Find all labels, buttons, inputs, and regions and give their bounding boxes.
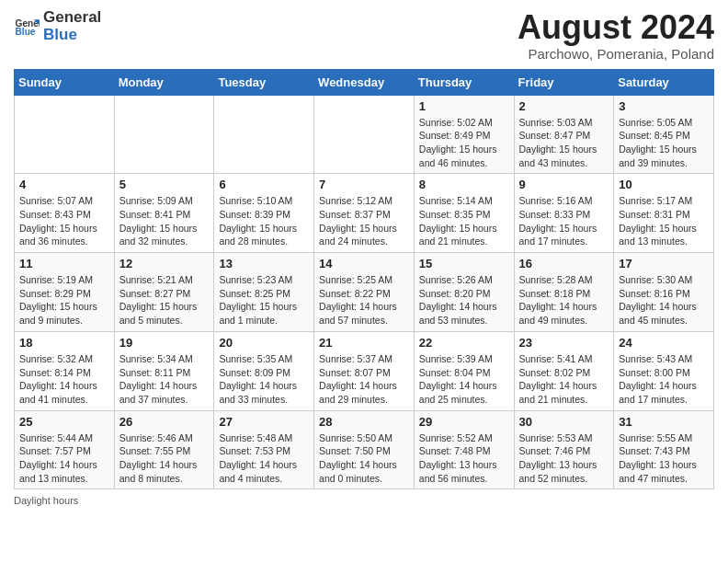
day-info: Sunrise: 5:52 AMSunset: 7:48 PMDaylight:…: [419, 431, 509, 486]
day-info: Sunrise: 5:55 AMSunset: 7:43 PMDaylight:…: [619, 431, 709, 486]
day-cell: 21Sunrise: 5:37 AMSunset: 8:07 PMDayligh…: [314, 331, 415, 410]
day-number: 4: [19, 178, 109, 191]
day-cell: 29Sunrise: 5:52 AMSunset: 7:48 PMDayligh…: [414, 410, 514, 489]
logo: General Blue General Blue: [14, 9, 101, 43]
title-block: August 2024 Parchowo, Pomerania, Poland: [518, 9, 714, 62]
day-number: 7: [319, 178, 409, 191]
day-info: Sunrise: 5:35 AMSunset: 8:09 PMDaylight:…: [219, 352, 309, 407]
day-cell: [314, 95, 415, 174]
day-number: 9: [519, 178, 609, 191]
day-cell: 24Sunrise: 5:43 AMSunset: 8:00 PMDayligh…: [614, 331, 714, 410]
day-cell: 8Sunrise: 5:14 AMSunset: 8:35 PMDaylight…: [414, 174, 514, 253]
day-info: Sunrise: 5:10 AMSunset: 8:39 PMDaylight:…: [219, 194, 309, 248]
day-number: 30: [519, 415, 609, 429]
day-number: 15: [419, 257, 509, 270]
day-info: Sunrise: 5:39 AMSunset: 8:04 PMDaylight:…: [419, 352, 509, 407]
day-info: Sunrise: 5:41 AMSunset: 8:02 PMDaylight:…: [519, 352, 609, 407]
weekday-header-monday: Monday: [114, 69, 214, 95]
day-number: 17: [619, 257, 709, 270]
day-info: Sunrise: 5:03 AMSunset: 8:47 PMDaylight:…: [519, 116, 609, 170]
day-cell: 4Sunrise: 5:07 AMSunset: 8:43 PMDaylight…: [15, 174, 115, 253]
main-title: August 2024: [518, 9, 714, 46]
day-cell: 20Sunrise: 5:35 AMSunset: 8:09 PMDayligh…: [214, 331, 314, 410]
day-cell: 14Sunrise: 5:25 AMSunset: 8:22 PMDayligh…: [314, 253, 415, 332]
day-number: 25: [19, 415, 109, 429]
day-info: Sunrise: 5:16 AMSunset: 8:33 PMDaylight:…: [519, 194, 609, 248]
day-cell: [15, 95, 115, 174]
day-number: 28: [319, 415, 409, 429]
day-info: Sunrise: 5:05 AMSunset: 8:45 PMDaylight:…: [619, 116, 709, 170]
day-cell: 10Sunrise: 5:17 AMSunset: 8:31 PMDayligh…: [614, 174, 714, 253]
day-info: Sunrise: 5:23 AMSunset: 8:25 PMDaylight:…: [219, 273, 309, 327]
day-info: Sunrise: 5:12 AMSunset: 8:37 PMDaylight:…: [319, 194, 409, 248]
day-info: Sunrise: 5:28 AMSunset: 8:18 PMDaylight:…: [519, 273, 609, 327]
week-row-4: 18Sunrise: 5:32 AMSunset: 8:14 PMDayligh…: [15, 331, 714, 410]
day-info: Sunrise: 5:25 AMSunset: 8:22 PMDaylight:…: [319, 273, 409, 327]
day-number: 8: [419, 178, 509, 191]
day-number: 16: [519, 257, 609, 270]
logo-general: General: [43, 9, 101, 27]
day-cell: 30Sunrise: 5:53 AMSunset: 7:46 PMDayligh…: [514, 410, 614, 489]
logo-blue: Blue: [43, 27, 101, 44]
day-info: Sunrise: 5:48 AMSunset: 7:53 PMDaylight:…: [219, 431, 309, 486]
day-cell: 3Sunrise: 5:05 AMSunset: 8:45 PMDaylight…: [614, 95, 714, 174]
day-number: 6: [219, 178, 309, 191]
week-row-2: 4Sunrise: 5:07 AMSunset: 8:43 PMDaylight…: [15, 174, 714, 253]
day-cell: [114, 95, 214, 174]
calendar-table: SundayMondayTuesdayWednesdayThursdayFrid…: [14, 69, 714, 490]
day-info: Sunrise: 5:14 AMSunset: 8:35 PMDaylight:…: [419, 194, 509, 248]
day-cell: 1Sunrise: 5:02 AMSunset: 8:49 PMDaylight…: [414, 95, 514, 174]
day-cell: 31Sunrise: 5:55 AMSunset: 7:43 PMDayligh…: [614, 410, 714, 489]
weekday-header-row: SundayMondayTuesdayWednesdayThursdayFrid…: [15, 69, 714, 95]
day-info: Sunrise: 5:30 AMSunset: 8:16 PMDaylight:…: [619, 273, 709, 327]
day-cell: 11Sunrise: 5:19 AMSunset: 8:29 PMDayligh…: [15, 253, 115, 332]
day-cell: 15Sunrise: 5:26 AMSunset: 8:20 PMDayligh…: [414, 253, 514, 332]
day-number: 19: [119, 336, 210, 350]
day-number: 14: [319, 257, 409, 270]
day-number: 27: [219, 415, 309, 429]
day-info: Sunrise: 5:21 AMSunset: 8:27 PMDaylight:…: [119, 273, 210, 327]
day-number: 24: [619, 336, 709, 350]
day-number: 10: [619, 178, 709, 191]
svg-text:Blue: Blue: [16, 27, 36, 37]
day-info: Sunrise: 5:53 AMSunset: 7:46 PMDaylight:…: [519, 431, 609, 486]
weekday-header-thursday: Thursday: [414, 69, 514, 95]
day-number: 5: [119, 178, 210, 191]
day-number: 23: [519, 336, 609, 350]
day-cell: 7Sunrise: 5:12 AMSunset: 8:37 PMDaylight…: [314, 174, 415, 253]
subtitle: Parchowo, Pomerania, Poland: [518, 46, 714, 62]
day-info: Sunrise: 5:34 AMSunset: 8:11 PMDaylight:…: [119, 352, 210, 407]
day-info: Sunrise: 5:19 AMSunset: 8:29 PMDaylight:…: [19, 273, 109, 327]
day-info: Sunrise: 5:26 AMSunset: 8:20 PMDaylight:…: [419, 273, 509, 327]
day-number: 21: [319, 336, 409, 350]
day-cell: 9Sunrise: 5:16 AMSunset: 8:33 PMDaylight…: [514, 174, 614, 253]
day-info: Sunrise: 5:32 AMSunset: 8:14 PMDaylight:…: [19, 352, 109, 407]
day-number: 11: [19, 257, 109, 270]
weekday-header-friday: Friday: [514, 69, 614, 95]
day-number: 18: [19, 336, 109, 350]
day-cell: 27Sunrise: 5:48 AMSunset: 7:53 PMDayligh…: [214, 410, 314, 489]
day-number: 1: [419, 99, 509, 113]
day-number: 22: [419, 336, 509, 350]
day-cell: [214, 95, 314, 174]
footer-note: Daylight hours: [14, 495, 714, 506]
logo-icon: General Blue: [14, 14, 40, 40]
day-number: 31: [619, 415, 709, 429]
day-cell: 26Sunrise: 5:46 AMSunset: 7:55 PMDayligh…: [114, 410, 214, 489]
day-number: 29: [419, 415, 509, 429]
day-cell: 6Sunrise: 5:10 AMSunset: 8:39 PMDaylight…: [214, 174, 314, 253]
day-number: 13: [219, 257, 309, 270]
day-info: Sunrise: 5:07 AMSunset: 8:43 PMDaylight:…: [19, 194, 109, 248]
weekday-header-tuesday: Tuesday: [214, 69, 314, 95]
day-cell: 13Sunrise: 5:23 AMSunset: 8:25 PMDayligh…: [214, 253, 314, 332]
week-row-5: 25Sunrise: 5:44 AMSunset: 7:57 PMDayligh…: [15, 410, 714, 489]
day-cell: 17Sunrise: 5:30 AMSunset: 8:16 PMDayligh…: [614, 253, 714, 332]
weekday-header-sunday: Sunday: [15, 69, 115, 95]
day-info: Sunrise: 5:46 AMSunset: 7:55 PMDaylight:…: [119, 431, 210, 486]
day-cell: 18Sunrise: 5:32 AMSunset: 8:14 PMDayligh…: [15, 331, 115, 410]
day-info: Sunrise: 5:44 AMSunset: 7:57 PMDaylight:…: [19, 431, 109, 486]
day-cell: 22Sunrise: 5:39 AMSunset: 8:04 PMDayligh…: [414, 331, 514, 410]
day-info: Sunrise: 5:17 AMSunset: 8:31 PMDaylight:…: [619, 194, 709, 248]
day-info: Sunrise: 5:50 AMSunset: 7:50 PMDaylight:…: [319, 431, 409, 486]
day-cell: 12Sunrise: 5:21 AMSunset: 8:27 PMDayligh…: [114, 253, 214, 332]
